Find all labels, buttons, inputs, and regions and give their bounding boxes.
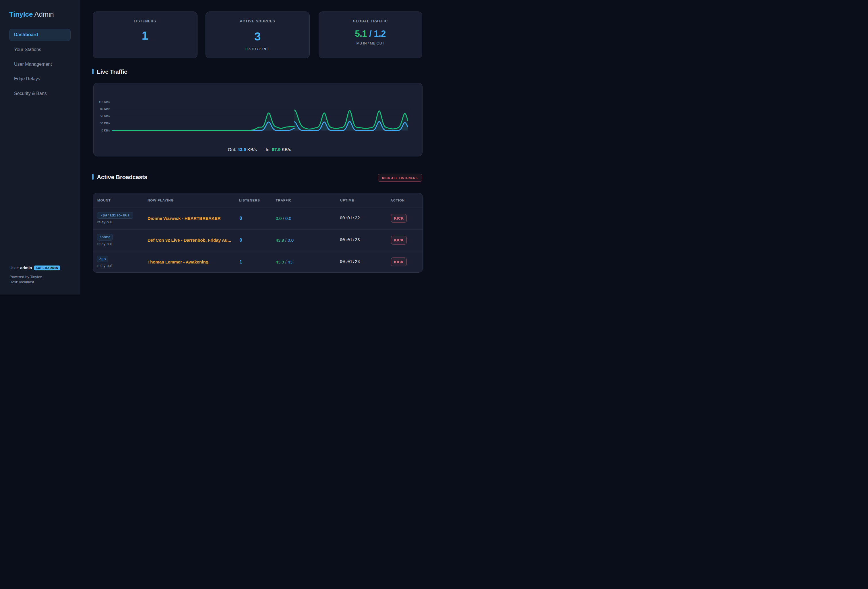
svg-text:89 KB/s: 89 KB/s <box>100 107 110 111</box>
svg-text:30 KB/s: 30 KB/s <box>100 122 110 125</box>
svg-text:0 KB/s: 0 KB/s <box>102 129 110 132</box>
svg-text:59 KB/s: 59 KB/s <box>100 115 110 118</box>
svg-text:118 KB/s: 118 KB/s <box>99 100 110 103</box>
